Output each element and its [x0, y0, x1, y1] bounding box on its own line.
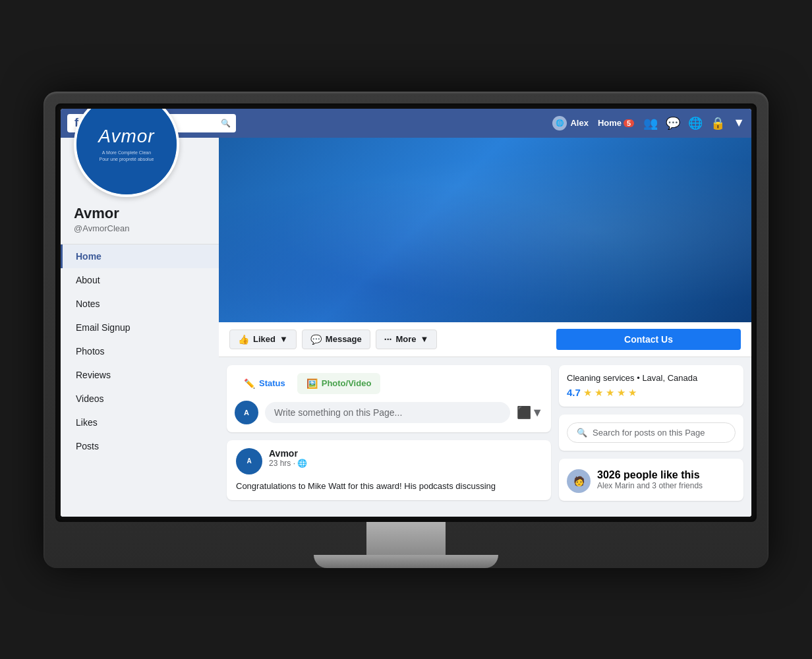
status-tab[interactable]: ✏️ Status	[235, 373, 295, 394]
monitor-stand-neck	[366, 522, 446, 555]
screen-bezel: f Avmor 🔍 🌐 Alex Home 5 👥	[55, 103, 757, 522]
likes-info: 🧑 3026 people like this Alex Marin and 3…	[567, 469, 736, 493]
page-info-card: Cleaning services • Laval, Canada 4.7 ★ …	[559, 365, 743, 407]
status-icon: ✏️	[244, 378, 255, 389]
star-4: ★	[617, 387, 625, 399]
screen: f Avmor 🔍 🌐 Alex Home 5 👥	[61, 109, 751, 517]
liked-label: Liked	[253, 334, 276, 344]
monitor: f Avmor 🔍 🌐 Alex Home 5 👥	[44, 92, 768, 568]
avmor-logo: Avmor A More Complete CleanPour une prop…	[98, 126, 154, 161]
nav-right: 🌐 Alex Home 5 👥 💬 🌐 🔒 ▼	[552, 116, 745, 130]
post-author: Avmor	[269, 448, 307, 459]
message-icon: 💬	[310, 334, 322, 345]
post-header: A Avmor 23 hrs · 🌐	[227, 440, 551, 480]
more-button[interactable]: ··· More ▼	[376, 330, 438, 349]
profile-content: 👍 Liked ▼ 💬 Message ··· More ▼	[219, 138, 751, 517]
search-icon: 🔍	[221, 119, 231, 128]
messages-icon[interactable]: 💬	[666, 116, 680, 130]
sidebar-item-home[interactable]: Home	[61, 244, 219, 268]
cover-pattern	[219, 138, 751, 322]
post-time: 23 hrs · 🌐	[269, 459, 307, 468]
composer-input[interactable]: Write something on this Page...	[265, 402, 510, 423]
composer-avatar: A	[235, 401, 258, 424]
search-posts-icon: 🔍	[577, 428, 587, 438]
photo-icon: 🖼️	[306, 378, 318, 389]
post-card: A Avmor 23 hrs · 🌐 Congratulations to Mi…	[227, 440, 551, 501]
star-2: ★	[594, 387, 603, 399]
sidebar-item-about[interactable]: About	[61, 268, 219, 292]
globe-icon[interactable]: 🌐	[688, 116, 703, 130]
sidebar-item-reviews[interactable]: Reviews	[61, 363, 219, 387]
search-posts-label: Search for posts on this Page	[593, 428, 705, 438]
sidebar-item-likes[interactable]: Likes	[61, 411, 219, 434]
logo-tagline: A More Complete CleanPour une propreté a…	[98, 150, 154, 161]
search-posts-card: 🔍 Search for posts on this Page	[559, 415, 743, 451]
star-5: ★	[628, 387, 637, 399]
brand-name: Avmor	[98, 126, 154, 147]
more-icon: ···	[384, 334, 392, 345]
monitor-stand-base	[314, 555, 498, 568]
star-1: ★	[583, 387, 592, 399]
likes-card: 🧑 3026 people like this Alex Marin and 3…	[559, 459, 743, 501]
sidebar-nav: Home About Notes Email Signup Photos Rev…	[61, 244, 219, 458]
sidebar-item-notes[interactable]: Notes	[61, 292, 219, 316]
post-body: Congratulations to Mike Watt for this aw…	[227, 480, 551, 501]
profile-picture: Avmor A More Complete CleanPour une prop…	[74, 109, 179, 197]
page-handle: @AvmorClean	[74, 223, 206, 233]
user-name: Alex	[570, 118, 588, 128]
photo-tab-label: Photo/Video	[322, 378, 372, 388]
photo-tab[interactable]: 🖼️ Photo/Video	[297, 373, 381, 394]
action-bar: 👍 Liked ▼ 💬 Message ··· More ▼	[219, 322, 751, 357]
page-category: Cleaning services • Laval, Canada	[567, 373, 736, 383]
cover-photo	[219, 138, 751, 322]
page-name: Avmor	[74, 205, 206, 222]
likes-sub: Alex Marin and 3 other friends	[597, 481, 703, 490]
star-rating: 4.7 ★ ★ ★ ★ ★	[567, 387, 736, 399]
star-3: ★	[606, 387, 614, 399]
sidebar-item-photos[interactable]: Photos	[61, 339, 219, 363]
liked-button[interactable]: 👍 Liked ▼	[229, 330, 297, 349]
more-dropdown-icon: ▼	[420, 334, 429, 344]
composer-input-row: A Write something on this Page... ⬛▼	[235, 401, 543, 424]
home-label: Home	[598, 118, 622, 128]
post-avatar: A	[236, 448, 262, 474]
post-composer: ✏️ Status 🖼️ Photo/Video A	[227, 365, 551, 432]
content-columns: ✏️ Status 🖼️ Photo/Video A	[219, 357, 751, 517]
liked-dropdown-icon: ▼	[279, 334, 288, 344]
friends-icon[interactable]: 👥	[643, 116, 658, 130]
right-sidebar: Cleaning services • Laval, Canada 4.7 ★ …	[559, 365, 743, 509]
profile-pic-inner: Avmor A More Complete CleanPour une prop…	[76, 109, 177, 194]
search-posts-input[interactable]: 🔍 Search for posts on this Page	[567, 422, 736, 443]
sidebar-item-posts[interactable]: Posts	[61, 434, 219, 458]
likes-count: 3026 people like this	[597, 469, 703, 481]
visibility-icon[interactable]: ⬛▼	[517, 405, 543, 420]
home-link[interactable]: Home 5	[598, 118, 634, 128]
message-button[interactable]: 💬 Message	[302, 330, 370, 349]
user-avatar: 🌐	[552, 116, 567, 130]
nav-icons: 👥 💬 🌐 🔒 ▼	[643, 116, 745, 130]
contact-us-button[interactable]: Contact Us	[556, 329, 741, 350]
profile-sidebar: Avmor A More Complete CleanPour une prop…	[61, 138, 219, 517]
user-menu[interactable]: 🌐 Alex	[552, 116, 588, 130]
home-badge: 5	[624, 119, 634, 127]
composer-tabs: ✏️ Status 🖼️ Photo/Video	[235, 373, 543, 394]
profile-main: Avmor A More Complete CleanPour une prop…	[61, 138, 751, 517]
message-label: Message	[326, 334, 362, 344]
likes-text: 3026 people like this Alex Marin and 3 o…	[597, 469, 703, 490]
post-meta: Avmor 23 hrs · 🌐	[269, 448, 307, 468]
status-tab-label: Status	[259, 378, 285, 388]
feed-column: ✏️ Status 🖼️ Photo/Video A	[227, 365, 551, 509]
sidebar-item-videos[interactable]: Videos	[61, 387, 219, 411]
liked-icon: 👍	[238, 334, 249, 345]
sidebar-item-email-signup[interactable]: Email Signup	[61, 316, 219, 339]
rating-number: 4.7	[567, 387, 581, 398]
dropdown-icon[interactable]: ▼	[733, 116, 745, 130]
more-label: More	[395, 334, 416, 344]
likes-avatar: 🧑	[567, 469, 591, 493]
lock-icon[interactable]: 🔒	[710, 116, 725, 130]
